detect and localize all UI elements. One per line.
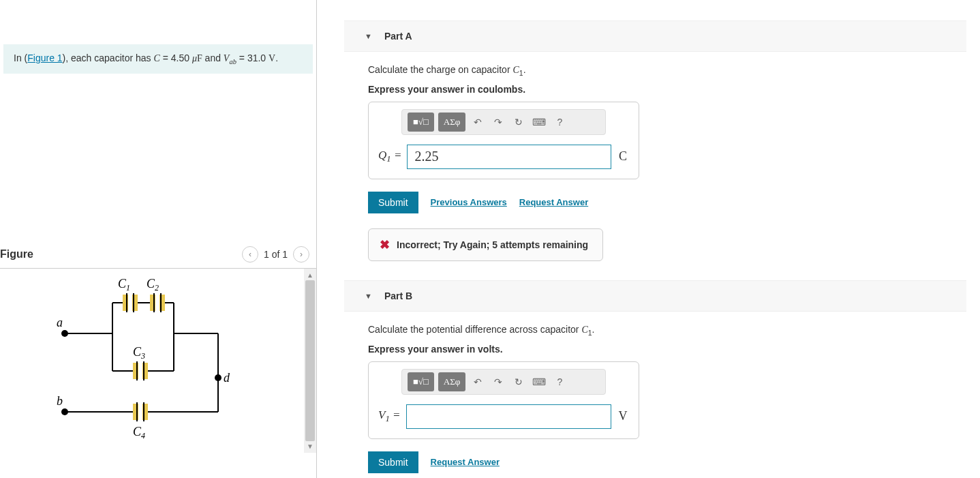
unit-b: V <box>617 409 629 423</box>
request-answer-link-a[interactable]: Request Answer <box>519 197 588 207</box>
part-b-body: Calculate the potential difference acros… <box>344 312 966 473</box>
figure-link[interactable]: Figure 1 <box>27 53 62 63</box>
input-row-b: V1 = V <box>369 395 639 429</box>
input-label-b: V1 = <box>378 408 401 424</box>
text: = 4.50 <box>160 53 192 63</box>
label-b: b <box>57 394 63 408</box>
circuit-svg: .wire{stroke:#000;stroke-width:2;fill:no… <box>51 275 249 446</box>
sub-ab: ab <box>229 58 236 65</box>
unit-F: F <box>197 53 202 63</box>
submit-button-a[interactable]: Submit <box>368 192 418 213</box>
answer-input-b[interactable] <box>406 404 612 429</box>
svg-point-26 <box>215 374 221 381</box>
reset-icon[interactable]: ↻ <box>510 374 527 390</box>
figure-scrollbar[interactable]: ▲ ▼ <box>304 269 316 453</box>
templates-button[interactable]: ■√□ <box>408 372 434 391</box>
label-d: d <box>224 371 230 385</box>
svg-point-34 <box>61 408 68 415</box>
circuit-diagram: .wire{stroke:#000;stroke-width:2;fill:no… <box>0 269 304 453</box>
reset-icon[interactable]: ↻ <box>510 114 527 130</box>
var-Q: Q <box>378 149 386 162</box>
figure-body: .wire{stroke:#000;stroke-width:2;fill:no… <box>0 269 316 453</box>
greek-button[interactable]: ΑΣφ <box>438 372 465 391</box>
eq-sign: = <box>390 408 401 421</box>
answer-input-a[interactable] <box>407 145 611 169</box>
part-b-title: Part B <box>384 290 412 301</box>
problem-statement: In (Figure 1), each capacitor has C = 4.… <box>3 44 313 74</box>
right-panel: ▼ Part A Calculate the charge on capacit… <box>317 0 980 478</box>
var-C: C <box>153 53 159 63</box>
label-C4-sub: 4 <box>141 431 145 440</box>
figure-page-indicator: 1 of 1 <box>264 249 288 260</box>
unit-a: C <box>617 149 629 164</box>
label-C1-sub: 1 <box>126 283 130 293</box>
label-C2-sub: 2 <box>155 283 159 293</box>
part-b-instruction: Express your answer in volts. <box>368 344 966 355</box>
text: and <box>202 53 224 63</box>
svg-text:C1: C1 <box>118 277 130 293</box>
eq-sign: = <box>391 149 402 162</box>
toolbar-b: ■√□ ΑΣφ ↶ ↷ ↻ ⌨ ? <box>401 369 606 395</box>
var-V: V <box>378 408 385 421</box>
text: Calculate the charge on capacitor <box>368 64 512 75</box>
figure-title: Figure <box>0 248 33 260</box>
text: ), each capacitor has <box>63 53 154 63</box>
svg-text:C4: C4 <box>133 425 145 440</box>
submit-button-b[interactable]: Submit <box>368 451 418 473</box>
redo-icon[interactable]: ↷ <box>490 374 506 390</box>
scroll-up-icon[interactable]: ▲ <box>307 271 313 279</box>
left-panel: In (Figure 1), each capacitor has C = 4.… <box>0 0 317 478</box>
part-a-header[interactable]: ▼ Part A <box>344 20 966 52</box>
scroll-down-icon[interactable]: ▼ <box>307 443 313 450</box>
undo-icon[interactable]: ↶ <box>470 374 486 390</box>
keyboard-icon[interactable]: ⌨ <box>531 374 547 390</box>
collapse-icon: ▼ <box>365 32 372 40</box>
label-a: a <box>57 316 63 329</box>
svg-text:C2: C2 <box>147 277 159 293</box>
feedback-text: Incorrect; Try Again; 5 attempts remaini… <box>397 239 588 250</box>
incorrect-icon: ✖ <box>380 237 390 252</box>
feedback-a: ✖ Incorrect; Try Again; 5 attempts remai… <box>368 228 603 261</box>
figure-nav: ‹ 1 of 1 › <box>242 246 309 263</box>
page-root: In (Figure 1), each capacitor has C = 4.… <box>0 0 980 478</box>
input-label-a: Q1 = <box>378 149 401 164</box>
figure-header: Figure ‹ 1 of 1 › <box>0 241 316 269</box>
scroll-thumb[interactable] <box>305 280 315 441</box>
unit-micro: μ <box>192 53 197 63</box>
part-a-instruction: Express your answer in coulombs. <box>368 84 966 95</box>
help-icon[interactable]: ? <box>551 114 568 130</box>
text: . <box>523 64 526 75</box>
part-b-header[interactable]: ▼ Part B <box>344 280 966 312</box>
text: In ( <box>14 53 27 63</box>
request-answer-link-b[interactable]: Request Answer <box>431 457 500 467</box>
text: . <box>592 324 595 335</box>
part-b-prompt: Calculate the potential difference acros… <box>368 324 966 337</box>
submit-row-a: Submit Previous Answers Request Answer <box>368 192 966 213</box>
svg-text:C3: C3 <box>133 345 145 361</box>
answer-box-a: ■√□ ΑΣφ ↶ ↷ ↻ ⌨ ? Q1 = C <box>368 102 639 179</box>
collapse-icon: ▼ <box>365 292 372 300</box>
keyboard-icon[interactable]: ⌨ <box>531 114 547 130</box>
next-figure-button[interactable]: › <box>293 246 309 263</box>
prev-figure-button[interactable]: ‹ <box>242 246 258 263</box>
text: . <box>275 53 278 63</box>
submit-row-b: Submit Request Answer <box>368 451 966 473</box>
greek-button[interactable]: ΑΣφ <box>438 113 465 132</box>
label-C3-sub: 3 <box>140 351 145 361</box>
var-C: C <box>512 65 519 75</box>
redo-icon[interactable]: ↷ <box>490 114 506 130</box>
toolbar-a: ■√□ ΑΣφ ↶ ↷ ↻ ⌨ ? <box>401 109 606 135</box>
previous-answers-link[interactable]: Previous Answers <box>431 197 507 207</box>
input-row-a: Q1 = C <box>369 135 639 169</box>
templates-button[interactable]: ■√□ <box>408 113 434 132</box>
var-C: C <box>581 325 587 335</box>
text: Calculate the potential difference acros… <box>368 324 581 335</box>
unit-V: V <box>269 53 275 63</box>
undo-icon[interactable]: ↶ <box>470 114 486 130</box>
part-a-prompt: Calculate the charge on capacitor C1. <box>368 64 966 77</box>
part-a-title: Part A <box>384 31 412 42</box>
answer-box-b: ■√□ ΑΣφ ↶ ↷ ↻ ⌨ ? V1 = V <box>368 361 639 439</box>
text: = 31.0 <box>236 53 269 63</box>
help-icon[interactable]: ? <box>551 374 568 390</box>
part-a-body: Calculate the charge on capacitor C1. Ex… <box>344 52 966 261</box>
